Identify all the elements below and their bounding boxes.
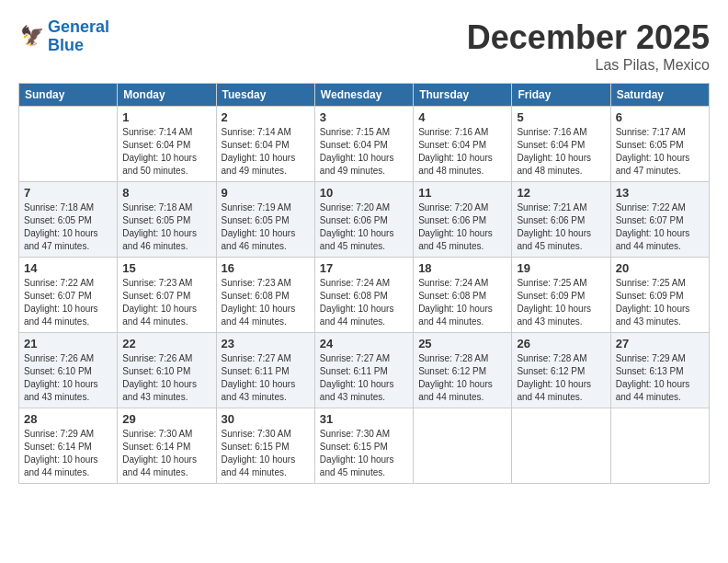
logo: 🦅 General Blue <box>18 18 109 55</box>
day-number: 1 <box>122 110 210 124</box>
day-number: 2 <box>222 110 310 124</box>
col-header-saturday: Saturday <box>610 84 709 107</box>
day-number: 17 <box>320 261 408 275</box>
calendar-cell: 31Sunrise: 7:30 AMSunset: 6:15 PMDayligh… <box>314 408 413 484</box>
calendar-cell: 18Sunrise: 7:24 AMSunset: 6:08 PMDayligh… <box>414 258 512 333</box>
day-number: 15 <box>122 261 210 275</box>
day-info: Sunrise: 7:14 AMSunset: 6:04 PMDaylight:… <box>122 126 210 178</box>
day-number: 10 <box>320 186 408 200</box>
day-info: Sunrise: 7:23 AMSunset: 6:08 PMDaylight:… <box>222 277 310 328</box>
day-info: Sunrise: 7:29 AMSunset: 6:14 PMDaylight:… <box>24 428 112 479</box>
calendar-cell <box>414 408 512 484</box>
calendar-cell: 22Sunrise: 7:26 AMSunset: 6:10 PMDayligh… <box>118 333 216 408</box>
svg-text:🦅: 🦅 <box>20 24 45 48</box>
day-info: Sunrise: 7:18 AMSunset: 6:05 PMDaylight:… <box>24 201 112 253</box>
day-number: 4 <box>418 110 506 124</box>
col-header-sunday: Sunday <box>19 84 118 107</box>
day-number: 13 <box>616 186 704 200</box>
day-number: 11 <box>418 186 506 200</box>
day-info: Sunrise: 7:21 AMSunset: 6:06 PMDaylight:… <box>517 201 605 253</box>
day-info: Sunrise: 7:27 AMSunset: 6:11 PMDaylight:… <box>222 352 310 404</box>
calendar-cell: 29Sunrise: 7:30 AMSunset: 6:14 PMDayligh… <box>118 408 216 484</box>
calendar-week-row: 14Sunrise: 7:22 AMSunset: 6:07 PMDayligh… <box>19 258 710 333</box>
day-info: Sunrise: 7:28 AMSunset: 6:12 PMDaylight:… <box>517 352 605 404</box>
day-number: 25 <box>418 337 506 350</box>
day-number: 19 <box>517 261 605 275</box>
calendar-cell: 7Sunrise: 7:18 AMSunset: 6:05 PMDaylight… <box>19 182 118 258</box>
calendar-cell: 30Sunrise: 7:30 AMSunset: 6:15 PMDayligh… <box>216 408 314 484</box>
day-number: 30 <box>222 412 310 426</box>
calendar-week-row: 1Sunrise: 7:14 AMSunset: 6:04 PMDaylight… <box>19 107 710 182</box>
col-header-thursday: Thursday <box>414 84 512 107</box>
day-number: 24 <box>320 337 408 350</box>
calendar-cell <box>610 408 709 484</box>
day-number: 28 <box>24 412 112 426</box>
day-number: 5 <box>517 110 605 124</box>
day-info: Sunrise: 7:26 AMSunset: 6:10 PMDaylight:… <box>24 352 112 404</box>
calendar-week-row: 7Sunrise: 7:18 AMSunset: 6:05 PMDaylight… <box>19 182 710 258</box>
calendar-cell: 6Sunrise: 7:17 AMSunset: 6:05 PMDaylight… <box>610 107 709 182</box>
day-info: Sunrise: 7:22 AMSunset: 6:07 PMDaylight:… <box>616 201 704 253</box>
day-info: Sunrise: 7:27 AMSunset: 6:11 PMDaylight:… <box>320 352 408 404</box>
day-info: Sunrise: 7:16 AMSunset: 6:04 PMDaylight:… <box>517 126 605 178</box>
logo-text-line1: General <box>48 18 109 37</box>
day-info: Sunrise: 7:30 AMSunset: 6:15 PMDaylight:… <box>222 428 310 479</box>
day-number: 22 <box>122 337 210 350</box>
day-info: Sunrise: 7:24 AMSunset: 6:08 PMDaylight:… <box>320 277 408 328</box>
month-title: December 2025 <box>467 18 710 57</box>
col-header-tuesday: Tuesday <box>216 84 314 107</box>
day-number: 31 <box>320 412 408 426</box>
day-info: Sunrise: 7:20 AMSunset: 6:06 PMDaylight:… <box>320 201 408 253</box>
day-number: 20 <box>616 261 704 275</box>
day-number: 9 <box>222 186 310 200</box>
day-info: Sunrise: 7:15 AMSunset: 6:04 PMDaylight:… <box>320 126 408 178</box>
calendar-cell: 8Sunrise: 7:18 AMSunset: 6:05 PMDaylight… <box>118 182 216 258</box>
page-header: 🦅 General Blue December 2025 Las Pilas, … <box>18 18 710 74</box>
calendar-cell: 11Sunrise: 7:20 AMSunset: 6:06 PMDayligh… <box>414 182 512 258</box>
calendar-cell: 25Sunrise: 7:28 AMSunset: 6:12 PMDayligh… <box>414 333 512 408</box>
calendar-cell: 3Sunrise: 7:15 AMSunset: 6:04 PMDaylight… <box>314 107 413 182</box>
day-number: 16 <box>222 261 310 275</box>
day-info: Sunrise: 7:30 AMSunset: 6:14 PMDaylight:… <box>122 428 210 479</box>
day-info: Sunrise: 7:19 AMSunset: 6:05 PMDaylight:… <box>222 201 310 253</box>
calendar-cell: 9Sunrise: 7:19 AMSunset: 6:05 PMDaylight… <box>216 182 314 258</box>
calendar-cell: 4Sunrise: 7:16 AMSunset: 6:04 PMDaylight… <box>414 107 512 182</box>
calendar-cell: 15Sunrise: 7:23 AMSunset: 6:07 PMDayligh… <box>118 258 216 333</box>
calendar-cell <box>512 408 610 484</box>
logo-icon: 🦅 <box>20 23 48 51</box>
calendar-cell: 16Sunrise: 7:23 AMSunset: 6:08 PMDayligh… <box>216 258 314 333</box>
calendar-table: SundayMondayTuesdayWednesdayThursdayFrid… <box>18 83 710 484</box>
day-info: Sunrise: 7:17 AMSunset: 6:05 PMDaylight:… <box>616 126 704 178</box>
calendar-cell: 27Sunrise: 7:29 AMSunset: 6:13 PMDayligh… <box>610 333 709 408</box>
day-info: Sunrise: 7:24 AMSunset: 6:08 PMDaylight:… <box>418 277 506 328</box>
calendar-cell: 17Sunrise: 7:24 AMSunset: 6:08 PMDayligh… <box>314 258 413 333</box>
day-number: 23 <box>222 337 310 350</box>
calendar-cell: 5Sunrise: 7:16 AMSunset: 6:04 PMDaylight… <box>512 107 610 182</box>
calendar-cell: 23Sunrise: 7:27 AMSunset: 6:11 PMDayligh… <box>216 333 314 408</box>
calendar-cell <box>19 107 118 182</box>
day-number: 27 <box>616 337 704 350</box>
calendar-cell: 12Sunrise: 7:21 AMSunset: 6:06 PMDayligh… <box>512 182 610 258</box>
calendar-cell: 13Sunrise: 7:22 AMSunset: 6:07 PMDayligh… <box>610 182 709 258</box>
calendar-cell: 14Sunrise: 7:22 AMSunset: 6:07 PMDayligh… <box>19 258 118 333</box>
calendar-cell: 26Sunrise: 7:28 AMSunset: 6:12 PMDayligh… <box>512 333 610 408</box>
day-number: 18 <box>418 261 506 275</box>
location-subtitle: Las Pilas, Mexico <box>467 57 710 74</box>
day-number: 21 <box>24 337 112 350</box>
calendar-cell: 28Sunrise: 7:29 AMSunset: 6:14 PMDayligh… <box>19 408 118 484</box>
day-number: 7 <box>24 186 112 200</box>
col-header-monday: Monday <box>118 84 216 107</box>
day-info: Sunrise: 7:16 AMSunset: 6:04 PMDaylight:… <box>418 126 506 178</box>
day-info: Sunrise: 7:14 AMSunset: 6:04 PMDaylight:… <box>222 126 310 178</box>
calendar-cell: 20Sunrise: 7:25 AMSunset: 6:09 PMDayligh… <box>610 258 709 333</box>
day-number: 26 <box>517 337 605 350</box>
calendar-header-row: SundayMondayTuesdayWednesdayThursdayFrid… <box>19 84 710 107</box>
calendar-cell: 10Sunrise: 7:20 AMSunset: 6:06 PMDayligh… <box>314 182 413 258</box>
day-number: 6 <box>616 110 704 124</box>
logo-text-line2: Blue <box>48 37 109 55</box>
calendar-cell: 2Sunrise: 7:14 AMSunset: 6:04 PMDaylight… <box>216 107 314 182</box>
calendar-cell: 24Sunrise: 7:27 AMSunset: 6:11 PMDayligh… <box>314 333 413 408</box>
col-header-friday: Friday <box>512 84 610 107</box>
calendar-cell: 1Sunrise: 7:14 AMSunset: 6:04 PMDaylight… <box>118 107 216 182</box>
col-header-wednesday: Wednesday <box>314 84 413 107</box>
